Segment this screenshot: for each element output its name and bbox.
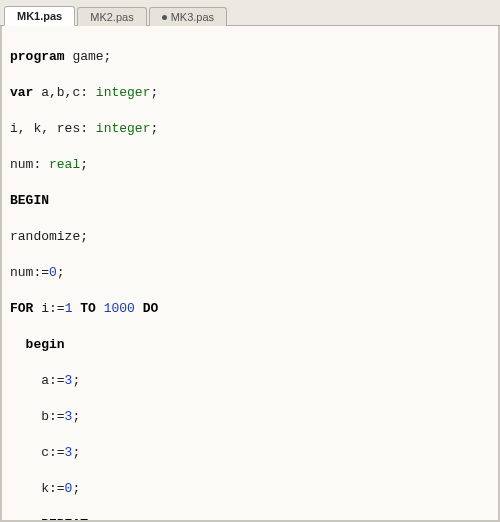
- code-line: begin: [10, 336, 490, 354]
- code-line: FOR i:=1 TO 1000 DO: [10, 300, 490, 318]
- code-line: c:=3;: [10, 444, 490, 462]
- code-line: a:=3;: [10, 372, 490, 390]
- tab-label: MK2.pas: [90, 11, 133, 23]
- code-line: num: real;: [10, 156, 490, 174]
- code-line: REPEAT: [10, 516, 490, 522]
- code-line: num:=0;: [10, 264, 490, 282]
- code-line: program game;: [10, 48, 490, 66]
- modified-dot-icon: [162, 15, 167, 20]
- code-line: k:=0;: [10, 480, 490, 498]
- code-line: i, k, res: integer;: [10, 120, 490, 138]
- code-line: var a,b,c: integer;: [10, 84, 490, 102]
- code-editor[interactable]: program game; var a,b,c: integer; i, k, …: [0, 26, 500, 522]
- tab-mk2[interactable]: MK2.pas: [77, 7, 146, 26]
- code-line: b:=3;: [10, 408, 490, 426]
- tab-mk3[interactable]: MK3.pas: [149, 7, 227, 26]
- tab-bar: MK1.pas MK2.pas MK3.pas: [0, 0, 500, 26]
- tab-label: MK1.pas: [17, 10, 62, 22]
- code-line: randomize;: [10, 228, 490, 246]
- tab-mk1[interactable]: MK1.pas: [4, 6, 75, 26]
- tab-label: MK3.pas: [171, 11, 214, 23]
- code-line: BEGIN: [10, 192, 490, 210]
